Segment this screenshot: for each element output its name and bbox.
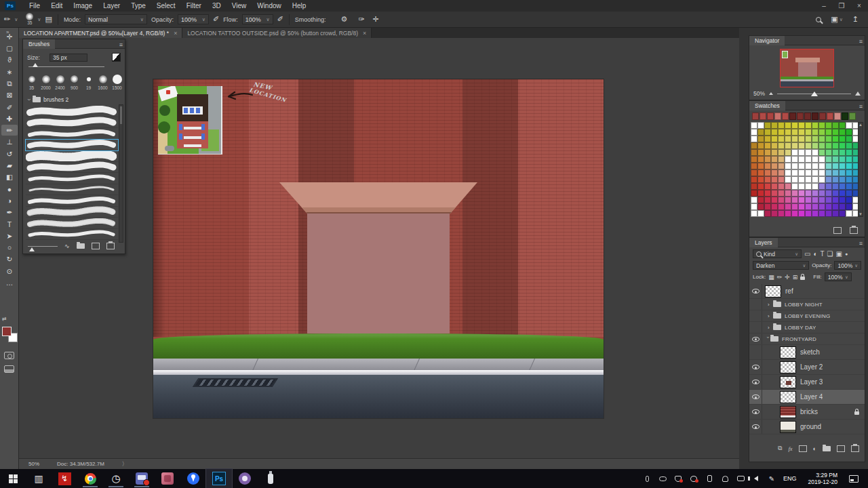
swatch-cell[interactable] [785, 176, 791, 183]
swatch-cell[interactable] [751, 129, 757, 136]
action-center-icon[interactable] [849, 475, 859, 483]
layer-filter-select[interactable]: Kind ∨ [753, 249, 802, 258]
swatch-cell[interactable] [764, 149, 771, 156]
share-icon[interactable]: ↥ [852, 15, 859, 24]
swatch-cell[interactable] [846, 169, 852, 176]
swatch-cell[interactable] [818, 122, 825, 129]
swatch-cell[interactable] [751, 163, 757, 169]
brush-tool-icon[interactable]: ✏ [4, 15, 10, 24]
swatch-cell[interactable] [839, 149, 846, 156]
taskbar-app-maps[interactable] [180, 469, 206, 488]
swatch-cell[interactable] [805, 197, 812, 203]
swatch-cell[interactable] [825, 122, 832, 129]
screen-mode-button[interactable] [4, 365, 14, 373]
swatches-scrollbar[interactable]: ▲▼ [858, 122, 863, 217]
swatch-cell[interactable] [751, 142, 757, 149]
new-group-icon[interactable] [77, 243, 85, 249]
swatch-cell[interactable] [805, 142, 812, 149]
swatch-cell[interactable] [812, 210, 818, 217]
panel-menu-icon[interactable]: ≡ [859, 240, 862, 247]
tool-zoom[interactable]: ⊙ [1, 266, 18, 277]
layer-row-layer-2[interactable]: Layer 2 [749, 360, 865, 375]
filter-smart-icon[interactable]: ▣ [836, 250, 842, 258]
swatch-cell[interactable] [791, 183, 798, 190]
filter-pixel-icon[interactable]: ▭ [804, 250, 810, 258]
pen-icon[interactable]: ✎ [768, 474, 776, 483]
tool-path-selection[interactable]: ➤ [1, 230, 18, 241]
caret-icon[interactable]: › [768, 325, 773, 331]
swatch-cell[interactable] [764, 190, 771, 197]
swatch-recent-14[interactable] [849, 113, 856, 120]
swatch-cell[interactable] [832, 210, 839, 217]
document-tab-2[interactable]: LOCATION TATTOO OUTSIDE.psd @ 50% (butto… [182, 28, 372, 38]
taskbar-app-purple[interactable] [232, 469, 258, 488]
caret-icon[interactable]: › [768, 313, 773, 319]
swatch-cell[interactable] [846, 156, 852, 163]
tool-rotate-view[interactable]: ↻ [1, 254, 18, 265]
swatch-cell[interactable] [791, 190, 798, 197]
swatch-cell[interactable] [846, 183, 852, 190]
menu-image[interactable]: Image [68, 1, 98, 11]
swatch-cell[interactable] [825, 176, 832, 183]
layer-row-ref[interactable]: ref [749, 284, 865, 299]
swatch-cell[interactable] [751, 136, 757, 142]
swatch-cell[interactable] [751, 122, 757, 129]
swatch-cell[interactable] [778, 203, 785, 210]
brushes-panel-tab[interactable]: Brushes [23, 39, 55, 49]
tool-pen[interactable]: ✒ [1, 207, 18, 218]
tool-healing-brush[interactable]: ✚ [1, 113, 18, 124]
swatch-cell[interactable] [757, 169, 764, 176]
swatch-cell[interactable] [839, 122, 846, 129]
swatches-panel-tab[interactable]: Swatches [749, 101, 785, 110]
panel-menu-icon[interactable]: ≡ [859, 103, 862, 110]
swatch-cell[interactable] [818, 183, 825, 190]
swatch-cell[interactable] [825, 210, 832, 217]
swatch-cell[interactable] [818, 129, 825, 136]
swatch-cell[interactable] [751, 210, 757, 217]
tool-history-brush[interactable]: ↺ [1, 148, 18, 159]
swatch-cell[interactable] [839, 190, 846, 197]
swatch-recent-13[interactable] [842, 113, 848, 120]
swatch-recent-12[interactable] [834, 113, 841, 120]
swatch-cell[interactable] [778, 197, 785, 203]
swatch-cell[interactable] [791, 169, 798, 176]
brush-stroke-11[interactable] [26, 218, 118, 229]
brush-preset-picker[interactable]: 35 [26, 13, 33, 26]
language-indicator[interactable]: ENG [783, 475, 797, 482]
swatch-cell[interactable] [764, 156, 771, 163]
swatch-cell[interactable] [846, 149, 852, 156]
swatch-cell[interactable] [791, 129, 798, 136]
swatch-cell[interactable] [839, 163, 846, 169]
workspace-switcher[interactable]: ▣ ∨ [831, 15, 843, 24]
swatch-cell[interactable] [812, 149, 818, 156]
size-slider-thumb[interactable] [33, 63, 38, 67]
brush-stroke-2[interactable] [26, 117, 118, 129]
swatch-cell[interactable] [846, 176, 852, 183]
swatch-cell[interactable] [764, 176, 771, 183]
swatch-cell[interactable] [785, 136, 791, 142]
swatch-cell[interactable] [825, 156, 832, 163]
swatch-recent-3[interactable] [767, 113, 774, 120]
visibility-toggle[interactable] [749, 405, 762, 419]
swatch-cell[interactable] [812, 176, 818, 183]
swatch-recent-6[interactable] [789, 113, 796, 120]
swatch-cell[interactable] [785, 210, 791, 217]
swatch-cell[interactable] [771, 142, 778, 149]
update-icon[interactable] [690, 474, 698, 483]
menu-layer[interactable]: Layer [98, 1, 125, 11]
zoom-slider[interactable] [777, 94, 851, 94]
lock-all-icon[interactable] [800, 277, 805, 280]
swatch-cell[interactable] [812, 197, 818, 203]
brush-preset-2400[interactable]: 2400 [53, 72, 67, 90]
filter-toggle-icon[interactable]: ● [845, 251, 848, 256]
swatch-cell[interactable] [778, 122, 785, 129]
smoothing-gear-icon[interactable]: ⚙ [340, 15, 347, 24]
swatch-cell[interactable] [832, 197, 839, 203]
brush-preset-19[interactable]: 19 [81, 72, 96, 90]
swatch-cell[interactable] [778, 142, 785, 149]
new-swatch-icon[interactable] [833, 227, 842, 234]
swatch-cell[interactable] [771, 197, 778, 203]
swatch-recent-7[interactable] [797, 113, 804, 120]
brush-preview-toggle-icon[interactable]: ∿ [64, 243, 70, 249]
close-button[interactable]: × [850, 1, 868, 12]
